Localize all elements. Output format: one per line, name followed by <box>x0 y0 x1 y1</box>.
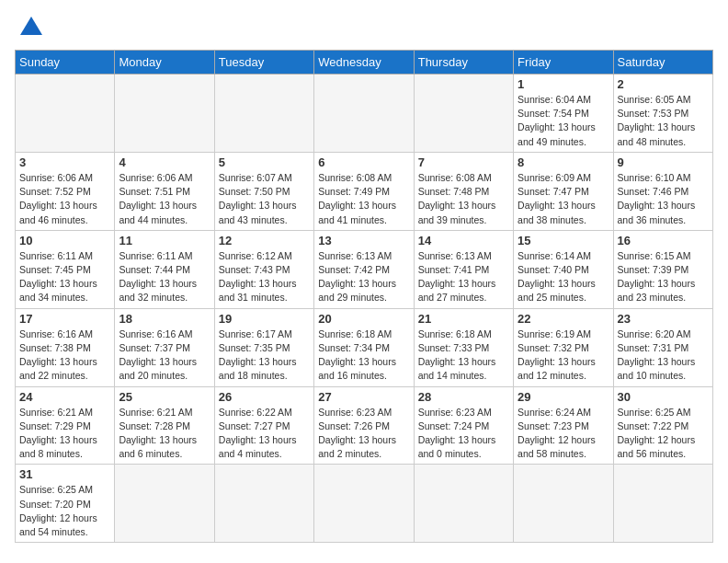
day-info: Sunrise: 6:23 AM Sunset: 7:26 PM Dayligh… <box>318 406 409 462</box>
day-info: Sunrise: 6:11 AM Sunset: 7:45 PM Dayligh… <box>19 249 110 305</box>
calendar-table: SundayMondayTuesdayWednesdayThursdayFrid… <box>15 50 713 543</box>
calendar-cell: 16Sunrise: 6:15 AM Sunset: 7:39 PM Dayli… <box>613 230 712 308</box>
week-row-1: 1Sunrise: 6:04 AM Sunset: 7:54 PM Daylig… <box>16 75 713 153</box>
day-number: 30 <box>618 390 709 404</box>
day-info: Sunrise: 6:18 AM Sunset: 7:34 PM Dayligh… <box>318 327 409 384</box>
calendar-cell: 15Sunrise: 6:14 AM Sunset: 7:40 PM Dayli… <box>514 230 613 308</box>
day-info: Sunrise: 6:15 AM Sunset: 7:39 PM Dayligh… <box>618 249 709 305</box>
day-number: 25 <box>119 390 210 404</box>
weekday-header-thursday: Thursday <box>414 51 513 75</box>
day-info: Sunrise: 6:11 AM Sunset: 7:44 PM Dayligh… <box>119 249 210 305</box>
calendar-cell: 18Sunrise: 6:16 AM Sunset: 7:37 PM Dayli… <box>115 308 214 386</box>
calendar-cell: 7Sunrise: 6:08 AM Sunset: 7:48 PM Daylig… <box>414 152 513 230</box>
svg-marker-0 <box>20 17 42 35</box>
weekday-header-monday: Monday <box>115 51 214 75</box>
day-info: Sunrise: 6:08 AM Sunset: 7:48 PM Dayligh… <box>418 171 509 227</box>
calendar-cell: 20Sunrise: 6:18 AM Sunset: 7:34 PM Dayli… <box>314 308 414 386</box>
day-info: Sunrise: 6:08 AM Sunset: 7:49 PM Dayligh… <box>318 171 409 227</box>
calendar-cell <box>414 465 513 543</box>
calendar-cell <box>214 465 313 543</box>
day-info: Sunrise: 6:25 AM Sunset: 7:22 PM Dayligh… <box>618 406 709 462</box>
day-info: Sunrise: 6:22 AM Sunset: 7:27 PM Dayligh… <box>219 406 310 462</box>
calendar-cell: 1Sunrise: 6:04 AM Sunset: 7:54 PM Daylig… <box>514 75 613 153</box>
day-number: 8 <box>518 155 609 169</box>
calendar-cell: 24Sunrise: 6:21 AM Sunset: 7:29 PM Dayli… <box>16 386 115 465</box>
weekday-header-wednesday: Wednesday <box>314 51 414 75</box>
calendar-cell: 9Sunrise: 6:10 AM Sunset: 7:46 PM Daylig… <box>613 152 712 230</box>
day-info: Sunrise: 6:16 AM Sunset: 7:38 PM Dayligh… <box>19 327 110 384</box>
calendar-cell: 25Sunrise: 6:21 AM Sunset: 7:28 PM Dayli… <box>115 386 214 465</box>
calendar-cell: 3Sunrise: 6:06 AM Sunset: 7:52 PM Daylig… <box>16 152 115 230</box>
week-row-5: 24Sunrise: 6:21 AM Sunset: 7:29 PM Dayli… <box>16 386 713 465</box>
day-info: Sunrise: 6:14 AM Sunset: 7:40 PM Dayligh… <box>518 249 609 305</box>
weekday-header-row: SundayMondayTuesdayWednesdayThursdayFrid… <box>16 51 713 75</box>
day-number: 10 <box>19 234 110 247</box>
calendar-cell <box>115 75 214 153</box>
calendar-cell: 11Sunrise: 6:11 AM Sunset: 7:44 PM Dayli… <box>115 230 214 308</box>
calendar-cell: 6Sunrise: 6:08 AM Sunset: 7:49 PM Daylig… <box>314 152 414 230</box>
calendar-cell <box>115 465 214 543</box>
day-info: Sunrise: 6:25 AM Sunset: 7:20 PM Dayligh… <box>19 483 110 539</box>
logo-wrapper <box>15 15 44 40</box>
calendar-cell <box>214 75 313 153</box>
weekday-header-saturday: Saturday <box>613 51 712 75</box>
day-number: 3 <box>19 155 110 169</box>
day-number: 31 <box>19 467 110 481</box>
day-number: 14 <box>418 234 509 247</box>
calendar-cell: 27Sunrise: 6:23 AM Sunset: 7:26 PM Dayli… <box>314 386 414 465</box>
day-number: 6 <box>318 155 409 169</box>
day-number: 27 <box>318 390 409 404</box>
day-info: Sunrise: 6:13 AM Sunset: 7:42 PM Dayligh… <box>318 249 409 305</box>
weekday-header-sunday: Sunday <box>16 51 115 75</box>
day-number: 22 <box>518 312 609 326</box>
day-info: Sunrise: 6:17 AM Sunset: 7:35 PM Dayligh… <box>219 327 310 384</box>
calendar-cell: 31Sunrise: 6:25 AM Sunset: 7:20 PM Dayli… <box>16 465 115 543</box>
day-number: 11 <box>119 234 210 247</box>
calendar-cell <box>514 465 613 543</box>
day-number: 20 <box>318 312 409 326</box>
day-info: Sunrise: 6:12 AM Sunset: 7:43 PM Dayligh… <box>219 249 310 305</box>
day-number: 5 <box>219 155 310 169</box>
day-number: 26 <box>219 390 310 404</box>
day-info: Sunrise: 6:16 AM Sunset: 7:37 PM Dayligh… <box>119 327 210 384</box>
week-row-3: 10Sunrise: 6:11 AM Sunset: 7:45 PM Dayli… <box>16 230 713 308</box>
week-row-4: 17Sunrise: 6:16 AM Sunset: 7:38 PM Dayli… <box>16 308 713 386</box>
day-number: 2 <box>618 77 709 91</box>
day-info: Sunrise: 6:04 AM Sunset: 7:54 PM Dayligh… <box>518 93 609 149</box>
calendar-cell: 4Sunrise: 6:06 AM Sunset: 7:51 PM Daylig… <box>115 152 214 230</box>
weekday-header-friday: Friday <box>514 51 613 75</box>
calendar-cell <box>314 75 414 153</box>
day-number: 15 <box>518 234 609 247</box>
day-info: Sunrise: 6:13 AM Sunset: 7:41 PM Dayligh… <box>418 249 509 305</box>
calendar-cell <box>613 465 712 543</box>
calendar-cell: 8Sunrise: 6:09 AM Sunset: 7:47 PM Daylig… <box>514 152 613 230</box>
day-number: 4 <box>119 155 210 169</box>
day-number: 24 <box>19 390 110 404</box>
logo-icon <box>18 15 44 40</box>
day-number: 1 <box>518 77 609 91</box>
calendar-cell <box>16 75 115 153</box>
day-number: 12 <box>219 234 310 247</box>
day-info: Sunrise: 6:21 AM Sunset: 7:29 PM Dayligh… <box>19 406 110 462</box>
calendar-cell: 29Sunrise: 6:24 AM Sunset: 7:23 PM Dayli… <box>514 386 613 465</box>
calendar-cell: 13Sunrise: 6:13 AM Sunset: 7:42 PM Dayli… <box>314 230 414 308</box>
day-info: Sunrise: 6:18 AM Sunset: 7:33 PM Dayligh… <box>418 327 509 384</box>
day-info: Sunrise: 6:07 AM Sunset: 7:50 PM Dayligh… <box>219 171 310 227</box>
week-row-6: 31Sunrise: 6:25 AM Sunset: 7:20 PM Dayli… <box>16 465 713 543</box>
calendar-cell: 2Sunrise: 6:05 AM Sunset: 7:53 PM Daylig… <box>613 75 712 153</box>
day-number: 18 <box>119 312 210 326</box>
calendar-cell: 5Sunrise: 6:07 AM Sunset: 7:50 PM Daylig… <box>214 152 313 230</box>
calendar-cell: 28Sunrise: 6:23 AM Sunset: 7:24 PM Dayli… <box>414 386 513 465</box>
logo-area <box>15 15 44 40</box>
calendar-cell: 19Sunrise: 6:17 AM Sunset: 7:35 PM Dayli… <box>214 308 313 386</box>
day-info: Sunrise: 6:23 AM Sunset: 7:24 PM Dayligh… <box>418 406 509 462</box>
calendar-cell: 23Sunrise: 6:20 AM Sunset: 7:31 PM Dayli… <box>613 308 712 386</box>
day-number: 13 <box>318 234 409 247</box>
calendar-cell: 26Sunrise: 6:22 AM Sunset: 7:27 PM Dayli… <box>214 386 313 465</box>
day-number: 16 <box>618 234 709 247</box>
day-info: Sunrise: 6:20 AM Sunset: 7:31 PM Dayligh… <box>618 327 709 384</box>
calendar-cell: 10Sunrise: 6:11 AM Sunset: 7:45 PM Dayli… <box>16 230 115 308</box>
calendar-cell: 22Sunrise: 6:19 AM Sunset: 7:32 PM Dayli… <box>514 308 613 386</box>
calendar-cell: 30Sunrise: 6:25 AM Sunset: 7:22 PM Dayli… <box>613 386 712 465</box>
day-info: Sunrise: 6:19 AM Sunset: 7:32 PM Dayligh… <box>518 327 609 384</box>
